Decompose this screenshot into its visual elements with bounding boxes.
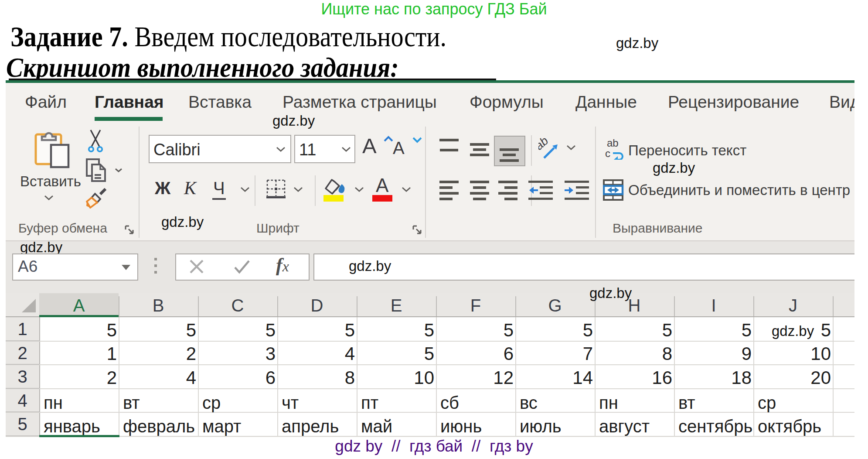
- svg-text:c: c: [605, 147, 610, 159]
- svg-text:ab: ab: [538, 137, 551, 153]
